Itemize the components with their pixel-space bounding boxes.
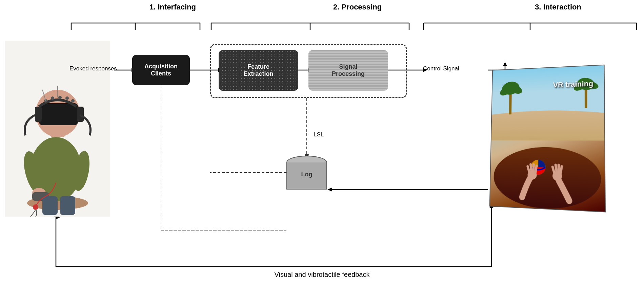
diagram-container: 1. Interfacing 2. Processing 3. Interact… — [0, 0, 644, 287]
svg-point-54 — [58, 96, 62, 99]
svg-marker-21 — [503, 62, 507, 66]
lsl-label: LSL — [314, 131, 324, 138]
section-interfacing-title: 1. Interfacing — [149, 3, 196, 12]
section-interaction-title: 3. Interaction — [535, 3, 581, 12]
cylinder-label: Log — [286, 171, 327, 178]
log-cylinder: Log — [286, 156, 327, 193]
section-processing-title: 2. Processing — [333, 3, 382, 12]
vr-training-label: VR training — [553, 79, 593, 89]
svg-rect-51 — [77, 107, 84, 122]
svg-point-59 — [33, 204, 38, 210]
feature-extraction-box: Feature Extraction — [219, 50, 298, 91]
control-signal-label: Control Signal — [423, 65, 459, 72]
svg-rect-57 — [42, 196, 58, 215]
evoked-responses-label: Evoked responses — [69, 65, 117, 72]
svg-point-69 — [493, 147, 601, 212]
svg-rect-49 — [39, 103, 78, 125]
signal-processing-box: Signal Processing — [308, 50, 388, 91]
vr-training-box: VR training — [489, 65, 606, 213]
acquisition-clients-box: Acquisition Clients — [132, 55, 190, 85]
svg-rect-50 — [35, 107, 42, 122]
svg-point-55 — [65, 96, 69, 100]
svg-point-56 — [71, 99, 75, 103]
svg-point-53 — [51, 96, 54, 100]
feedback-label: Visual and vibrotactile feedback — [275, 271, 370, 279]
svg-marker-27 — [327, 187, 332, 192]
svg-rect-58 — [60, 196, 75, 215]
